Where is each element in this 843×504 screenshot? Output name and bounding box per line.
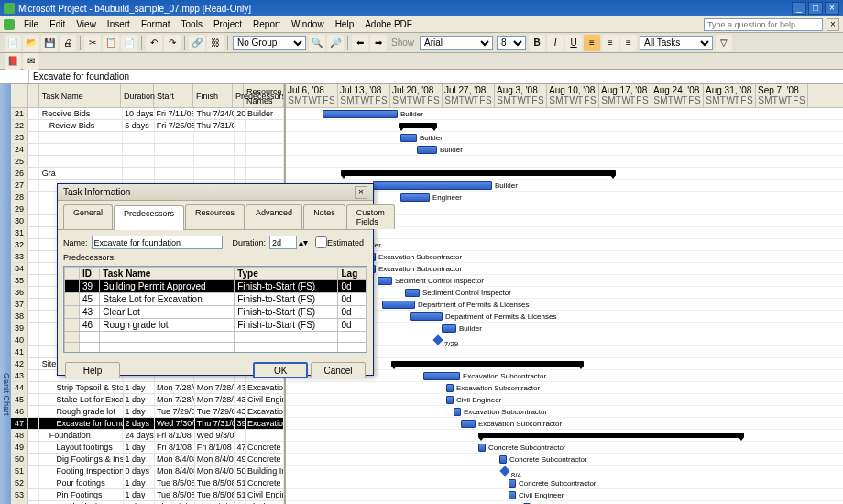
table-row[interactable]: 48Foundation24 daysFri 8/1/08Wed 9/3/08 xyxy=(11,430,284,442)
align-center-icon[interactable]: ≡ xyxy=(602,35,619,51)
task-bar[interactable]: Civil Engineer xyxy=(509,491,516,499)
summary-bar[interactable] xyxy=(399,123,437,128)
task-name-input[interactable] xyxy=(92,236,224,249)
summary-bar[interactable] xyxy=(391,361,584,367)
size-select[interactable]: 8 xyxy=(497,36,526,50)
menu-adobepdf[interactable]: Adobe PDF xyxy=(359,17,418,31)
task-bar[interactable]: Excavation Subcontractor xyxy=(454,408,461,416)
menu-report[interactable]: Report xyxy=(247,17,286,31)
task-bar[interactable]: Builder xyxy=(373,181,492,190)
help-search-input[interactable] xyxy=(704,18,823,31)
table-row[interactable]: 52Pour footings1 dayTue 8/5/08Tue 8/5/08… xyxy=(11,477,284,489)
col-start[interactable]: Start xyxy=(154,84,193,107)
col-taskname[interactable]: Task Name xyxy=(39,84,121,107)
col-info[interactable] xyxy=(28,84,39,107)
table-row[interactable]: 23 xyxy=(11,132,284,144)
task-bar[interactable]: Department of Permits & Licenses xyxy=(410,312,443,321)
indent-icon[interactable]: ➡ xyxy=(370,35,387,51)
menu-window[interactable]: Window xyxy=(286,17,330,31)
cancel-button[interactable]: Cancel xyxy=(311,362,366,378)
menu-view[interactable]: View xyxy=(71,17,102,31)
milestone[interactable]: 8/4 xyxy=(499,466,509,476)
menu-file[interactable]: File xyxy=(18,17,44,31)
save-icon[interactable]: 💾 xyxy=(41,35,58,51)
grid-col-id[interactable]: ID xyxy=(80,268,100,280)
print-icon[interactable]: 🖨 xyxy=(60,35,76,51)
table-row[interactable]: 51Footing Inspection0 daysMon 8/4/08Mon … xyxy=(11,466,284,477)
task-bar[interactable]: Sediment Control Inspector xyxy=(378,277,392,285)
zoom-in-icon[interactable]: 🔎 xyxy=(327,35,344,51)
cut-icon[interactable]: ✂ xyxy=(84,35,101,51)
unlink-icon[interactable]: ⛓ xyxy=(207,35,224,51)
table-row[interactable]: 50Dig Footings & Install Reinforcing1 da… xyxy=(11,454,284,466)
task-bar[interactable]: Department of Permits & Licenses xyxy=(382,301,415,309)
task-bar[interactable]: Civil Engineer xyxy=(446,396,454,404)
summary-bar[interactable] xyxy=(478,433,744,438)
maximize-button[interactable]: □ xyxy=(808,2,823,15)
table-row[interactable]: 44Strip Topsoil & Stockpile1 dayMon 7/28… xyxy=(11,382,284,394)
task-bar[interactable]: Concrete Subcontractor xyxy=(499,455,507,464)
table-row[interactable]: 21Receive Bids10 daysFri 7/11/08Thu 7/24… xyxy=(11,108,284,120)
tab-customfields[interactable]: Custom Fields xyxy=(346,204,395,229)
col-resource[interactable]: Resource Names xyxy=(244,84,284,107)
duration-spinner[interactable]: ▴▾ xyxy=(299,237,308,247)
link-icon[interactable]: 🔗 xyxy=(189,35,205,51)
menu-help[interactable]: Help xyxy=(330,17,360,31)
table-row[interactable]: 26Gra xyxy=(11,168,284,180)
duration-input[interactable] xyxy=(269,236,297,249)
font-select[interactable]: Arial xyxy=(420,36,493,50)
italic-icon[interactable]: I xyxy=(547,35,564,51)
col-indicator[interactable] xyxy=(11,84,28,107)
table-row[interactable]: 45Stake Lot for Excavation1 dayMon 7/28/… xyxy=(11,394,284,406)
bold-icon[interactable]: B xyxy=(529,35,545,51)
task-bar[interactable]: Engineer xyxy=(400,193,430,202)
task-bar[interactable]: Excavation Subcontractor xyxy=(461,420,476,428)
task-bar[interactable]: Concrete Subcontractor xyxy=(478,444,486,452)
predecessors-grid[interactable]: ID Task Name Type Lag 39Building Permit … xyxy=(63,266,367,353)
undo-icon[interactable]: ↶ xyxy=(146,35,162,51)
align-left-icon[interactable]: ≡ xyxy=(584,35,600,51)
pdf-mail-icon[interactable]: ✉ xyxy=(23,53,39,70)
tab-general[interactable]: General xyxy=(63,204,113,229)
underline-icon[interactable]: U xyxy=(565,35,582,51)
copy-icon[interactable]: 📋 xyxy=(103,35,119,51)
zoom-out-icon[interactable]: 🔍 xyxy=(309,35,325,51)
close-button[interactable]: × xyxy=(825,2,839,15)
new-icon[interactable]: 📄 xyxy=(5,35,21,51)
minimize-button[interactable]: _ xyxy=(792,2,806,15)
tab-resources[interactable]: Resources xyxy=(185,204,245,229)
grid-col-type[interactable]: Type xyxy=(235,268,338,280)
menu-edit[interactable]: Edit xyxy=(44,17,71,31)
table-row[interactable]: 49Layout footings1 dayFri 8/1/08Fri 8/1/… xyxy=(11,442,284,454)
view-sidebar[interactable]: Gantt Chart xyxy=(0,84,11,504)
group-select[interactable]: No Group xyxy=(233,36,306,50)
tab-predecessors[interactable]: Predecessors xyxy=(114,205,184,230)
task-bar[interactable]: Builder xyxy=(400,134,417,142)
menu-project[interactable]: Project xyxy=(208,17,247,31)
predecessor-row[interactable]: 39Building Permit ApprovedFinish-to-Star… xyxy=(65,280,367,293)
paste-icon[interactable]: 📄 xyxy=(121,35,137,51)
outdent-icon[interactable]: ⬅ xyxy=(352,35,368,51)
align-right-icon[interactable]: ≡ xyxy=(620,35,637,51)
menu-tools[interactable]: Tools xyxy=(176,17,208,31)
predecessor-row[interactable]: 43Clear LotFinish-to-Start (FS)0d xyxy=(65,306,367,319)
dialog-close-button[interactable]: × xyxy=(355,186,367,199)
table-row[interactable]: 24 xyxy=(11,144,284,156)
grid-col-lag[interactable]: Lag xyxy=(338,268,367,280)
task-bar[interactable]: Builder xyxy=(442,324,456,333)
pdf-icon[interactable]: 📕 xyxy=(5,53,21,70)
redo-icon[interactable]: ↷ xyxy=(164,35,181,51)
summary-bar[interactable] xyxy=(341,170,616,176)
help-close-button[interactable]: × xyxy=(827,18,839,31)
table-row[interactable]: 47Excavate for foundation2 daysWed 7/30/… xyxy=(11,418,284,430)
autofilter-icon[interactable]: ▽ xyxy=(716,35,732,51)
col-predecessors[interactable]: Predecessors xyxy=(233,84,244,107)
task-bar[interactable]: Builder xyxy=(417,146,437,154)
menu-format[interactable]: Format xyxy=(136,17,176,31)
task-bar[interactable]: Sediment Control Inspector xyxy=(405,289,420,297)
dialog-titlebar[interactable]: Task Information × xyxy=(58,184,373,201)
table-row[interactable]: 53Pin Footings1 dayTue 8/5/08Tue 8/5/085… xyxy=(11,489,284,501)
predecessor-row[interactable]: 45Stake Lot for ExcavationFinish-to-Star… xyxy=(65,293,367,306)
task-bar[interactable]: Excavation Subcontractor xyxy=(446,384,454,392)
milestone[interactable]: 7/29 xyxy=(432,334,443,345)
